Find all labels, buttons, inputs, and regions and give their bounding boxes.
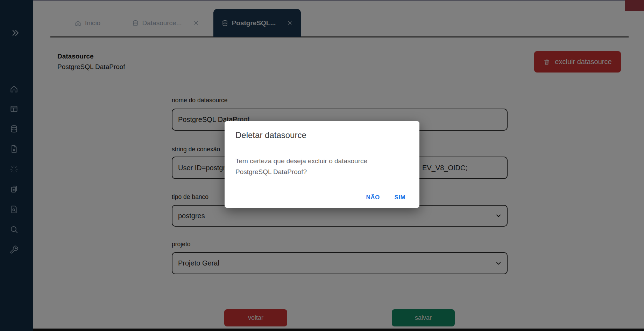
delete-confirmation-dialog: Deletar datasource Tem certeza que desej… <box>225 121 419 208</box>
dialog-footer: NÃO SIM <box>225 187 419 208</box>
dialog-title: Deletar datasource <box>235 130 306 140</box>
dialog-header: Deletar datasource <box>225 121 419 149</box>
app-window: Inicio Datasource... PostgreSQL... Datas… <box>0 0 644 331</box>
dialog-message: Tem certeza que deseja excluir o datasou… <box>235 156 403 177</box>
dialog-body: Tem certeza que deseja excluir o datasou… <box>225 149 419 187</box>
dialog-no-button[interactable]: NÃO <box>361 191 385 204</box>
dialog-yes-button[interactable]: SIM <box>390 191 410 204</box>
